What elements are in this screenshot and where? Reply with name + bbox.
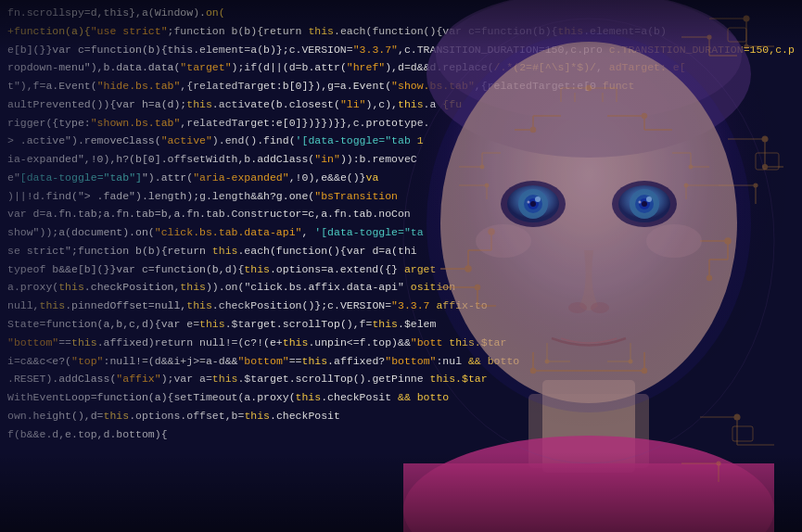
svg-rect-94 (728, 28, 746, 42)
svg-point-90 (734, 414, 740, 420)
main-container: fn.scrollspy=d,this},a(Window).on( +func… (0, 0, 802, 532)
svg-point-93 (717, 462, 720, 465)
svg-point-86 (754, 184, 757, 187)
svg-point-74 (745, 44, 748, 48)
svg-rect-96 (732, 426, 753, 441)
svg-point-82 (762, 136, 768, 142)
svg-point-83 (763, 165, 768, 170)
svg-point-73 (744, 16, 749, 21)
svg-point-78 (707, 35, 711, 39)
circuit-overlay (357, 0, 802, 532)
